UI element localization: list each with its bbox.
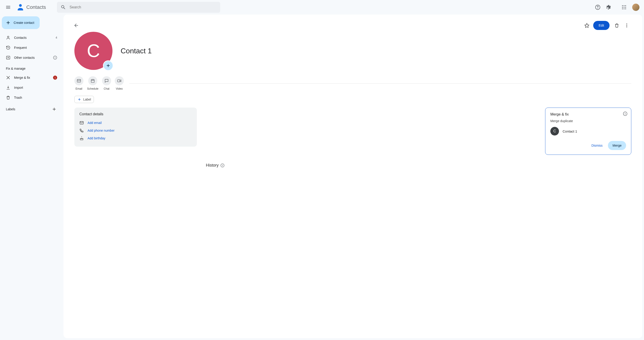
settings-button[interactable] (604, 3, 613, 12)
help-button[interactable] (593, 3, 602, 12)
help-icon (595, 5, 600, 10)
svg-point-9 (622, 9, 623, 9)
card-title: Contact details (79, 112, 192, 116)
back-button[interactable] (72, 21, 81, 30)
contacts-count: 4 (56, 36, 57, 39)
history-title: History (206, 163, 218, 168)
inbox-down-icon (6, 55, 10, 60)
delete-button[interactable] (612, 21, 621, 30)
action-video[interactable]: Video (115, 76, 124, 90)
search-input[interactable] (70, 5, 216, 9)
arrow-back-icon (74, 23, 79, 28)
card-title: Merge & fix (550, 112, 626, 116)
menu-icon (6, 5, 11, 10)
dismiss-button[interactable]: Dismiss (588, 141, 606, 150)
trash-icon (614, 23, 619, 28)
duplicate-contact-row[interactable]: C Contact 1 (550, 127, 626, 136)
nav-label: Import (14, 86, 23, 89)
svg-point-6 (622, 7, 623, 8)
search-icon (60, 5, 66, 10)
action-schedule[interactable]: Schedule (87, 76, 98, 90)
star-button[interactable] (582, 21, 592, 30)
history-section: History (206, 163, 631, 168)
nav-label: Other contacts (14, 56, 35, 60)
plus-icon (106, 63, 111, 68)
merge-fix-badge: 1 (53, 76, 57, 80)
svg-rect-19 (91, 80, 94, 82)
nav-label: Trash (14, 96, 22, 99)
more-button[interactable] (622, 21, 631, 30)
svg-point-4 (624, 5, 624, 6)
apps-button[interactable] (620, 3, 628, 12)
sidebar-item-merge-fix[interactable]: Merge & fix 1 (2, 73, 61, 83)
nav-label: Merge & fix (14, 76, 30, 80)
merge-fix-card: Merge & fix Merge duplicate C Contact 1 … (545, 108, 631, 155)
video-icon (117, 79, 122, 83)
action-email[interactable]: Email (74, 76, 84, 90)
info-icon (53, 56, 57, 60)
sidebar-section-fix: Fix & manage (2, 63, 61, 73)
sidebar-item-import[interactable]: Import (2, 83, 61, 93)
edit-button[interactable]: Edit (593, 21, 610, 30)
sidebar-item-other-contacts[interactable]: Other contacts (2, 53, 61, 63)
calendar-icon (90, 79, 95, 83)
apps-grid-icon (622, 5, 626, 10)
sidebar-item-contacts[interactable]: Contacts 4 (2, 33, 61, 43)
info-button[interactable] (53, 56, 57, 60)
add-label-button[interactable] (52, 107, 57, 112)
search-bar[interactable] (57, 2, 220, 13)
info-icon (220, 163, 224, 168)
add-email-link[interactable]: Add email (88, 121, 102, 125)
contacts-logo-icon (16, 3, 24, 11)
plus-icon (77, 97, 82, 102)
svg-point-12 (8, 36, 9, 38)
divider (129, 83, 631, 84)
history-info-button[interactable] (220, 163, 224, 168)
download-icon (6, 85, 10, 90)
main-menu-button[interactable] (3, 2, 14, 13)
merge-button[interactable]: Merge (608, 141, 626, 150)
contact-details-card: Contact details Add email Add phone numb… (74, 108, 197, 147)
account-avatar[interactable] (632, 4, 640, 11)
svg-point-5 (625, 5, 626, 6)
add-birthday-link[interactable]: Add birthday (88, 136, 106, 140)
svg-point-11 (625, 9, 626, 9)
merge-subtitle: Merge duplicate (550, 119, 626, 123)
svg-point-16 (626, 25, 627, 26)
svg-rect-20 (118, 80, 120, 82)
mail-icon (77, 79, 81, 83)
app-brand[interactable]: Contacts (16, 3, 46, 11)
phone-icon (79, 128, 84, 133)
svg-point-0 (19, 4, 22, 7)
svg-point-17 (626, 27, 627, 28)
sidebar: Create contact Contacts 4 Frequent Other… (0, 15, 64, 340)
mail-icon (79, 121, 84, 125)
cake-icon (79, 136, 84, 141)
add-phone-link[interactable]: Add phone number (88, 129, 114, 132)
svg-point-8 (625, 7, 626, 8)
add-label-chip[interactable]: Label (74, 96, 94, 103)
tools-icon (6, 75, 10, 80)
more-vert-icon (624, 23, 629, 28)
app-title: Contacts (26, 4, 46, 10)
chat-icon (104, 79, 109, 83)
duplicate-name: Contact 1 (562, 129, 577, 133)
sidebar-section-labels: Labels (2, 103, 61, 114)
history-icon (6, 45, 10, 50)
plus-icon (52, 107, 57, 112)
plus-icon (6, 20, 11, 26)
action-chat[interactable]: Chat (102, 76, 111, 90)
add-photo-button[interactable] (103, 60, 114, 71)
create-contact-label: Create contact (14, 21, 34, 25)
svg-point-10 (624, 9, 624, 9)
person-icon (6, 36, 10, 40)
gear-icon (606, 5, 611, 10)
info-icon (623, 111, 628, 116)
create-contact-button[interactable]: Create contact (2, 16, 40, 29)
svg-point-7 (624, 7, 624, 8)
sidebar-item-trash[interactable]: Trash (2, 93, 61, 103)
nav-label: Frequent (14, 46, 27, 50)
sidebar-item-frequent[interactable]: Frequent (2, 43, 61, 53)
star-outline-icon (584, 23, 589, 28)
app-header: Contacts (0, 0, 644, 15)
